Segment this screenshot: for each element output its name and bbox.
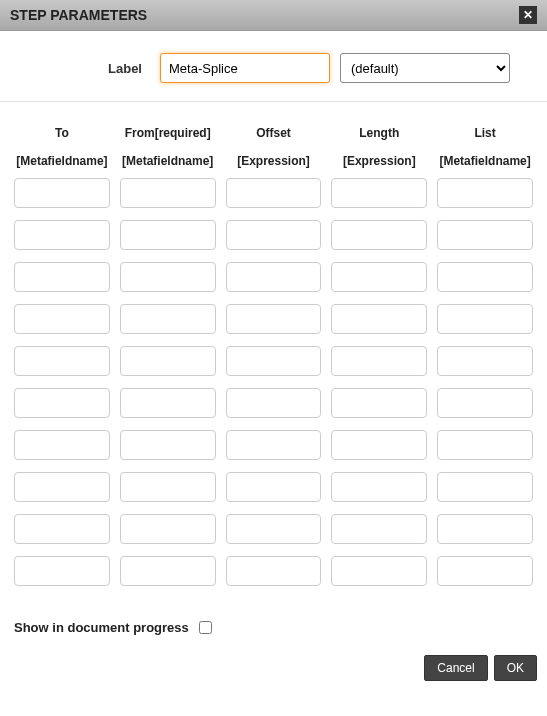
cell-input[interactable]: [331, 262, 427, 292]
cell-input[interactable]: [437, 304, 533, 334]
cell-input[interactable]: [437, 178, 533, 208]
parameter-grid: To From[required] Offset Length List [Me…: [0, 120, 547, 586]
cell-input[interactable]: [226, 178, 322, 208]
cell-input[interactable]: [14, 514, 110, 544]
cell-input[interactable]: [120, 514, 216, 544]
table-row: [14, 346, 533, 376]
cell-input[interactable]: [226, 346, 322, 376]
col-header-offset: Offset: [226, 120, 322, 154]
cancel-button[interactable]: Cancel: [424, 655, 487, 681]
show-progress-label: Show in document progress: [14, 620, 189, 635]
table-row: [14, 178, 533, 208]
cell-input[interactable]: [331, 388, 427, 418]
cell-input[interactable]: [14, 430, 110, 460]
grid-subheader-row: [Metafieldname] [Metafieldname] [Express…: [14, 154, 533, 178]
cell-input[interactable]: [226, 262, 322, 292]
cell-input[interactable]: [14, 556, 110, 586]
cell-input[interactable]: [226, 514, 322, 544]
table-row: [14, 556, 533, 586]
cell-input[interactable]: [437, 514, 533, 544]
cell-input[interactable]: [331, 514, 427, 544]
cell-input[interactable]: [120, 346, 216, 376]
cell-input[interactable]: [331, 472, 427, 502]
table-row: [14, 262, 533, 292]
col-header-length: Length: [331, 120, 427, 154]
cell-input[interactable]: [331, 430, 427, 460]
table-row: [14, 304, 533, 334]
col-header-from: From[required]: [120, 120, 216, 154]
default-select[interactable]: (default): [340, 53, 510, 83]
cell-input[interactable]: [437, 556, 533, 586]
dialog-footer: Cancel OK: [0, 647, 547, 691]
cell-input[interactable]: [120, 304, 216, 334]
cell-input[interactable]: [120, 178, 216, 208]
ok-button[interactable]: OK: [494, 655, 537, 681]
cell-input[interactable]: [14, 220, 110, 250]
col-subheader-list: [Metafieldname]: [437, 154, 533, 178]
separator: [0, 101, 547, 102]
cell-input[interactable]: [226, 556, 322, 586]
table-row: [14, 430, 533, 460]
cell-input[interactable]: [226, 304, 322, 334]
col-header-to: To: [14, 120, 110, 154]
cell-input[interactable]: [120, 556, 216, 586]
label-input[interactable]: [160, 53, 330, 83]
table-row: [14, 220, 533, 250]
col-subheader-offset: [Expression]: [226, 154, 322, 178]
cell-input[interactable]: [120, 220, 216, 250]
close-icon[interactable]: ✕: [519, 6, 537, 24]
cell-input[interactable]: [437, 346, 533, 376]
cell-input[interactable]: [120, 472, 216, 502]
cell-input[interactable]: [120, 430, 216, 460]
cell-input[interactable]: [14, 304, 110, 334]
cell-input[interactable]: [14, 262, 110, 292]
cell-input[interactable]: [14, 346, 110, 376]
show-progress-checkbox[interactable]: [199, 621, 212, 634]
cell-input[interactable]: [437, 262, 533, 292]
cell-input[interactable]: [226, 430, 322, 460]
cell-input[interactable]: [331, 178, 427, 208]
cell-input[interactable]: [14, 178, 110, 208]
cell-input[interactable]: [120, 262, 216, 292]
table-row: [14, 514, 533, 544]
cell-input[interactable]: [226, 220, 322, 250]
label-row: Label (default): [0, 31, 547, 101]
cell-input[interactable]: [437, 430, 533, 460]
cell-input[interactable]: [331, 304, 427, 334]
cell-input[interactable]: [120, 388, 216, 418]
grid-header-row: To From[required] Offset Length List: [14, 120, 533, 154]
cell-input[interactable]: [226, 388, 322, 418]
col-subheader-to: [Metafieldname]: [14, 154, 110, 178]
titlebar: STEP PARAMETERS ✕: [0, 0, 547, 31]
checkbox-row: Show in document progress: [0, 598, 547, 647]
dialog-title: STEP PARAMETERS: [10, 7, 147, 23]
table-row: [14, 472, 533, 502]
col-subheader-from: [Metafieldname]: [120, 154, 216, 178]
cell-input[interactable]: [14, 388, 110, 418]
cell-input[interactable]: [14, 472, 110, 502]
cell-input[interactable]: [331, 556, 427, 586]
cell-input[interactable]: [331, 220, 427, 250]
cell-input[interactable]: [437, 388, 533, 418]
table-row: [14, 388, 533, 418]
col-header-list: List: [437, 120, 533, 154]
cell-input[interactable]: [226, 472, 322, 502]
cell-input[interactable]: [437, 472, 533, 502]
cell-input[interactable]: [437, 220, 533, 250]
cell-input[interactable]: [331, 346, 427, 376]
label-text: Label: [10, 61, 150, 76]
col-subheader-length: [Expression]: [331, 154, 427, 178]
